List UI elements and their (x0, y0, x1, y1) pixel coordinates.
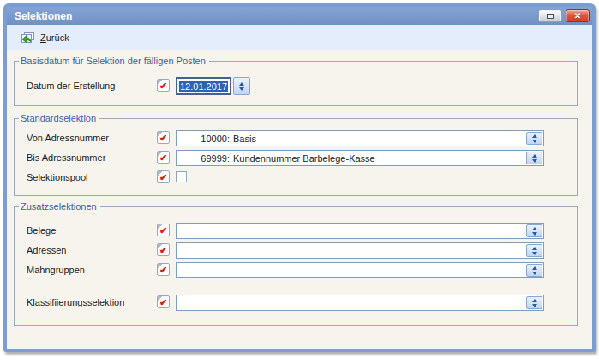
check-icon: ✔ (159, 134, 167, 143)
close-button[interactable]: ✕ (566, 9, 590, 22)
dialog-content: Basisdatum für Selektion der fälligen Po… (7, 61, 592, 360)
check-icon: ✔ (159, 153, 167, 163)
selection-toggle[interactable]: ✔ (157, 263, 170, 276)
field-value (178, 266, 233, 276)
spin-up-icon (532, 266, 537, 270)
back-icon (20, 31, 35, 45)
row-adressen: Adressen ✔ (15, 242, 577, 259)
field-label: Datum der Erstellung (27, 81, 115, 91)
selection-toggle[interactable]: ✔ (157, 243, 170, 256)
group-legend: Basisdatum für Selektion der fälligen Po… (19, 55, 209, 67)
field-label: Selektionspool (27, 172, 88, 182)
spinner-button[interactable] (526, 224, 542, 237)
group-legend: Zusatzselektionen (19, 200, 100, 212)
toolbar: Zurück (7, 25, 592, 50)
spinner-button[interactable] (526, 264, 542, 277)
spinner-button[interactable] (526, 244, 542, 257)
spin-down-icon (532, 140, 537, 143)
date-control: 12.01.2017 (176, 78, 250, 94)
spin-down-icon (532, 232, 537, 236)
spin-down-icon (532, 252, 537, 255)
belege-field[interactable] (176, 223, 544, 239)
spinner-button[interactable] (526, 132, 542, 145)
close-icon: ✕ (574, 12, 581, 21)
spin-down-icon (239, 87, 244, 91)
back-button[interactable]: Zurück (15, 29, 74, 46)
von-adressnummer-field[interactable]: 10000:Basis (176, 130, 544, 146)
spin-down-icon (532, 159, 537, 163)
klassifiierungsselektion-field[interactable] (176, 295, 544, 311)
field-label: Von Adressnummer (27, 133, 109, 143)
check-icon: ✔ (159, 298, 167, 307)
selection-toggle[interactable]: ✔ (157, 151, 170, 164)
spinner-button[interactable] (526, 152, 542, 164)
minimize-icon (547, 14, 554, 19)
date-input[interactable]: 12.01.2017 (176, 77, 231, 95)
group-basisdatum: Basisdatum für Selektion der fälligen Po… (14, 61, 578, 106)
date-spinner-button[interactable] (233, 77, 250, 95)
field-label: Belege (27, 225, 56, 236)
spin-up-icon (532, 299, 537, 302)
row-selektionspool: Selektionspool ✔ (15, 170, 577, 186)
field-value (178, 298, 233, 308)
field-value (178, 226, 233, 236)
field-value (178, 246, 233, 256)
window-title: Selektionen (15, 10, 72, 22)
mahngruppen-field[interactable] (176, 262, 544, 278)
check-icon: ✔ (159, 226, 167, 236)
spin-up-icon (239, 82, 244, 86)
minimize-button[interactable] (538, 9, 562, 22)
spin-down-icon (532, 272, 537, 275)
back-label: Zurück (40, 33, 69, 43)
check-icon: ✔ (159, 246, 167, 255)
spin-up-icon (532, 227, 537, 230)
check-icon: ✔ (159, 173, 167, 182)
field-value: 69999:Kundennummer Barbelege-Kasse (178, 153, 375, 164)
date-value: 12.01.2017 (179, 81, 228, 92)
row-klassifiierungsselektion: Klassifiierungsselektion ✔ (15, 295, 577, 311)
check-icon: ✔ (159, 266, 167, 275)
group-legend: Standardselektion (19, 112, 99, 124)
bis-adressnummer-field[interactable]: 69999:Kundennummer Barbelege-Kasse (176, 150, 544, 166)
field-label: Bis Adressnummer (27, 152, 105, 163)
group-standardselektion: Standardselektion Von Adressnummer ✔ 100… (14, 118, 578, 196)
spin-up-icon (532, 154, 537, 158)
spin-up-icon (532, 247, 537, 250)
field-value: 10000:Basis (178, 134, 256, 144)
check-icon: ✔ (159, 81, 167, 91)
dialog-window: Selektionen ✕ Zurück Basisdatum für Sele… (3, 3, 596, 352)
selection-toggle[interactable]: ✔ (157, 295, 170, 308)
field-label: Adressen (27, 245, 66, 255)
selection-toggle[interactable]: ✔ (157, 131, 170, 144)
selection-toggle[interactable]: ✔ (157, 79, 170, 92)
row-von-adressnummer: Von Adressnummer ✔ 10000:Basis (15, 130, 577, 146)
title-bar: Selektionen ✕ (7, 7, 592, 25)
spin-up-icon (532, 134, 537, 138)
group-zusatzselektionen: Zusatzselektionen Belege ✔ Adressen ✔ (14, 206, 578, 326)
field-label: Klassifiierungsselektion (27, 297, 124, 307)
selection-toggle[interactable]: ✔ (157, 170, 170, 183)
field-label: Mahngruppen (27, 265, 85, 275)
row-belege: Belege ✔ (15, 223, 577, 239)
window-controls: ✕ (538, 9, 590, 22)
selection-toggle[interactable]: ✔ (157, 224, 170, 236)
row-datum-der-erstellung: Datum der Erstellung ✔ 12.01.2017 (15, 78, 577, 94)
row-mahngruppen: Mahngruppen ✔ (15, 262, 577, 278)
spinner-button[interactable] (526, 296, 542, 309)
selektionspool-checkbox[interactable] (176, 171, 187, 182)
spin-down-icon (532, 304, 537, 307)
row-bis-adressnummer: Bis Adressnummer ✔ 69999:Kundennummer Ba… (15, 150, 577, 166)
adressen-field[interactable] (176, 242, 544, 259)
